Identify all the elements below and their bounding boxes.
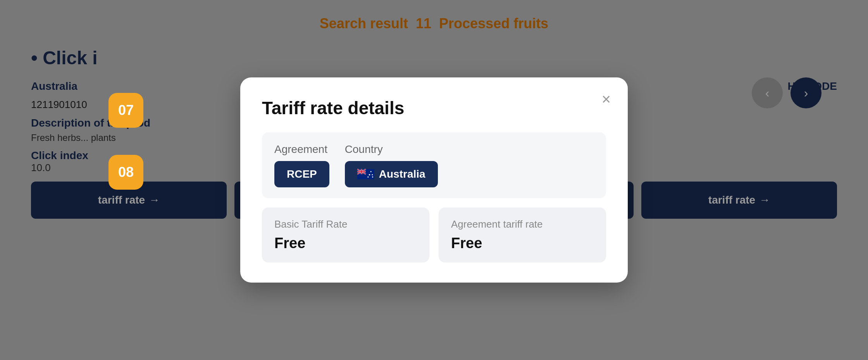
au-flag-icon xyxy=(357,169,374,180)
svg-point-10 xyxy=(370,171,372,172)
agreement-country-row: Agreement RCEP Country xyxy=(274,143,594,187)
tariff-rate-modal: Tariff rate details × Agreement RCEP Cou… xyxy=(240,77,628,283)
rate-cards-row: Basic Tariff Rate Free Agreement tariff … xyxy=(262,207,606,262)
agreement-col-label: Agreement xyxy=(274,143,329,156)
modal-close-button[interactable]: × xyxy=(602,91,611,107)
modal-section-agreement: Agreement RCEP Country xyxy=(262,132,606,198)
agreement-col: Agreement RCEP xyxy=(274,143,329,187)
country-button[interactable]: Australia xyxy=(345,161,438,187)
svg-point-14 xyxy=(372,177,373,178)
step-badge-08: 08 xyxy=(108,155,143,190)
basic-tariff-label: Basic Tariff Rate xyxy=(274,218,417,230)
basic-tariff-card: Basic Tariff Rate Free xyxy=(262,207,429,262)
svg-point-11 xyxy=(369,174,370,176)
agreement-tariff-card: Agreement tariff rate Free xyxy=(439,207,606,262)
close-icon: × xyxy=(602,91,611,108)
country-col: Country xyxy=(345,143,438,187)
agreement-value: RCEP xyxy=(287,168,317,180)
basic-tariff-value: Free xyxy=(274,235,417,252)
svg-point-13 xyxy=(367,177,369,178)
country-col-label: Country xyxy=(345,143,438,156)
agreement-tariff-value: Free xyxy=(451,235,594,252)
svg-point-12 xyxy=(372,174,373,175)
agreement-tariff-label: Agreement tariff rate xyxy=(451,218,594,230)
country-value: Australia xyxy=(379,168,425,180)
modal-title: Tariff rate details xyxy=(262,98,606,118)
step-badge-07: 07 xyxy=(108,93,143,128)
agreement-button[interactable]: RCEP xyxy=(274,161,329,187)
